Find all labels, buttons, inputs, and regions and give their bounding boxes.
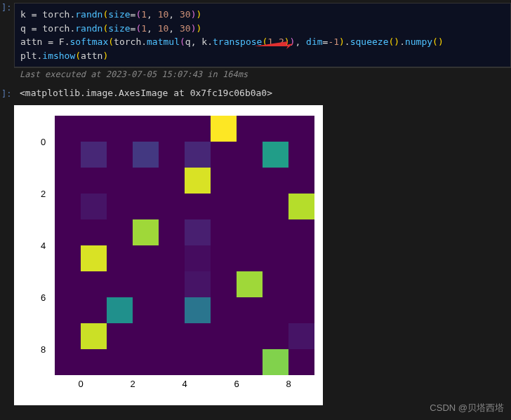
heatmap-cell <box>211 142 237 168</box>
x-tick-label: 0 <box>78 379 83 389</box>
heatmap-cell <box>185 168 211 194</box>
heatmap-cell <box>81 219 107 245</box>
plot-figure: 02468 02468 <box>14 105 323 405</box>
code-cell[interactable]: k = torch.randn(size=(1, 10, 30)) q = to… <box>14 3 511 67</box>
heatmap-cell <box>263 142 288 168</box>
heatmap-cell <box>237 168 263 194</box>
code-line-1: k = torch.randn(size=(1, 10, 30)) <box>20 8 505 22</box>
x-tick-label: 8 <box>286 379 291 389</box>
heatmap-cell <box>263 271 288 297</box>
watermark: CSDN @贝塔西塔 <box>430 402 504 414</box>
heatmap-cell <box>81 142 107 168</box>
heatmap-cell <box>211 245 237 271</box>
heatmap-cell <box>263 194 288 219</box>
heatmap-cell <box>81 271 107 297</box>
heatmap-cell <box>185 194 211 219</box>
heatmap-cell <box>133 142 159 168</box>
heatmap-cell <box>55 245 81 271</box>
heatmap-cell <box>237 323 263 349</box>
x-tick-label: 6 <box>234 379 239 389</box>
heatmap-cell <box>185 116 211 142</box>
heatmap-cell <box>211 349 237 375</box>
heatmap-cell <box>288 271 314 297</box>
heatmap-cell <box>55 219 81 245</box>
heatmap-cell <box>237 142 263 168</box>
heatmap-cell <box>185 349 211 375</box>
heatmap-cell <box>159 297 185 323</box>
heatmap-cell <box>159 116 185 142</box>
heatmap-cell <box>159 168 185 194</box>
heatmap-cell <box>107 219 133 245</box>
heatmap-cell <box>159 323 185 349</box>
y-tick-label: 8 <box>41 323 46 375</box>
heatmap-cell <box>211 116 237 142</box>
heatmap-cell <box>81 323 107 349</box>
heatmap-cell <box>81 168 107 194</box>
x-tick-label: 4 <box>182 379 187 389</box>
heatmap-cell <box>237 219 263 245</box>
heatmap-cell <box>185 219 211 245</box>
heatmap-cell <box>288 323 314 349</box>
heatmap-cell <box>55 297 81 323</box>
heatmap-cell <box>107 297 133 323</box>
heatmap-cell <box>263 116 288 142</box>
y-axis-ticks: 02468 <box>41 116 46 375</box>
heatmap-cell <box>159 194 185 219</box>
heatmap-cell <box>263 219 288 245</box>
heatmap-cell <box>133 323 159 349</box>
heatmap-cell <box>263 297 288 323</box>
heatmap-cell <box>133 349 159 375</box>
notebook: ]: k = torch.randn(size=(1, 10, 30)) q =… <box>0 3 511 405</box>
heatmap-cell <box>55 349 81 375</box>
heatmap-cell <box>81 297 107 323</box>
heatmap-cell <box>107 194 133 219</box>
heatmap-cell <box>237 349 263 375</box>
heatmap-cell <box>211 271 237 297</box>
heatmap-cell <box>81 116 107 142</box>
heatmap-cell <box>211 194 237 219</box>
heatmap-cell <box>133 168 159 194</box>
heatmap-cell <box>185 323 211 349</box>
heatmap-cell <box>211 219 237 245</box>
heatmap-cell <box>159 142 185 168</box>
heatmap-cell <box>211 323 237 349</box>
heatmap-cell <box>107 116 133 142</box>
output-prompt: ]: <box>1 89 11 99</box>
code-line-2: q = torch.randn(size=(1, 10, 30)) <box>20 22 505 36</box>
heatmap-cell <box>288 349 314 375</box>
execution-info: Last executed at 2023-07-05 15:07:43 in … <box>14 67 511 81</box>
heatmap-cell <box>107 168 133 194</box>
heatmap-cell <box>55 194 81 219</box>
heatmap-cell <box>159 349 185 375</box>
heatmap-cell <box>288 194 314 219</box>
heatmap-cell <box>55 116 81 142</box>
heatmap-cell <box>133 219 159 245</box>
heatmap-cell <box>288 142 314 168</box>
heatmap-cell <box>133 116 159 142</box>
heatmap-cell <box>55 271 81 297</box>
x-axis-ticks: 02468 <box>55 379 314 389</box>
heatmap-cell <box>263 245 288 271</box>
heatmap-cell <box>55 142 81 168</box>
y-tick-label: 4 <box>41 219 46 271</box>
heatmap-cell <box>237 194 263 219</box>
heatmap-cell <box>288 245 314 271</box>
heatmap-cell <box>81 194 107 219</box>
y-tick-label: 0 <box>41 116 46 168</box>
x-tick-label: 2 <box>130 379 135 389</box>
heatmap-cell <box>81 349 107 375</box>
heatmap-cell <box>133 194 159 219</box>
heatmap-cell <box>288 116 314 142</box>
heatmap-cell <box>237 116 263 142</box>
heatmap <box>55 116 314 375</box>
heatmap-cell <box>211 168 237 194</box>
heatmap-cell <box>133 297 159 323</box>
heatmap-cell <box>159 245 185 271</box>
heatmap-cell <box>288 168 314 194</box>
heatmap-cell <box>107 245 133 271</box>
heatmap-cell <box>107 349 133 375</box>
heatmap-cell <box>237 297 263 323</box>
heatmap-cell <box>81 245 107 271</box>
heatmap-cell <box>185 271 211 297</box>
heatmap-cell <box>237 271 263 297</box>
